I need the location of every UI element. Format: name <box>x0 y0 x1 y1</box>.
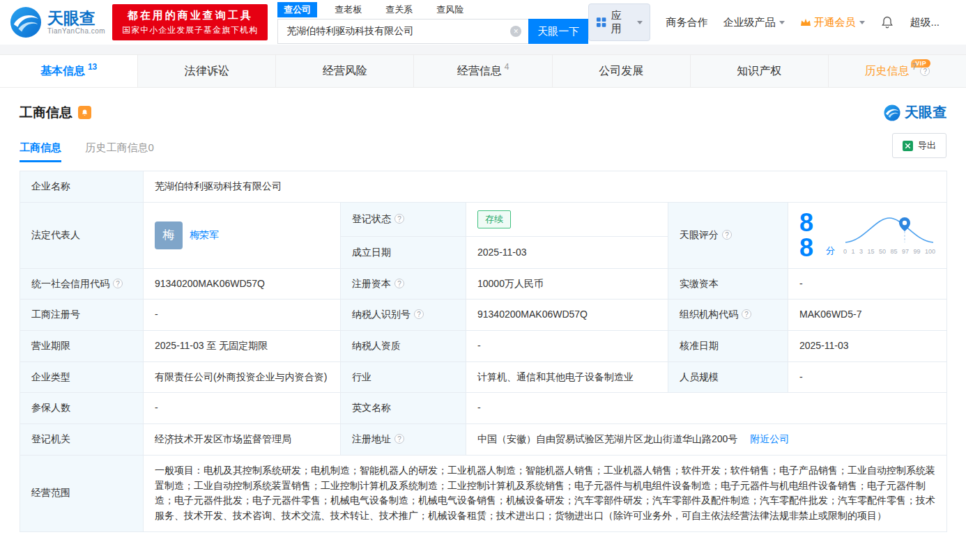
reg-address-label: 注册地址 <box>341 424 466 456</box>
table-row: 法定代表人 梅 梅荣军 登记状态 存续 天眼评分 <box>20 202 947 237</box>
tianyancha-logo[interactable]: 天眼查 TianYanCha.com <box>10 6 105 38</box>
help-icon[interactable] <box>394 279 404 288</box>
tianyancha-logo-icon <box>10 6 42 38</box>
help-icon[interactable] <box>414 309 424 319</box>
nav-business-cooperation[interactable]: 商务合作 <box>666 16 707 29</box>
business-term-value: 2025-11-03 至 无固定期限 <box>144 331 341 362</box>
reg-address-value: 中国（安徽）自由贸易试验区芜湖片区龙山街道华山路200号 附近公司 <box>466 424 947 456</box>
credit-code-value: 91340200MAK06WD57Q <box>144 268 341 300</box>
industry-label: 行业 <box>341 361 466 393</box>
tab-history-info[interactable]: VIP 历史信息 7 <box>829 55 966 87</box>
company-tabbar: 基本信息 13 法律诉讼 经营风险 经营信息 4 公司发展 知识产权 VIP 历… <box>0 54 966 88</box>
paid-capital-label: 实缴资本 <box>668 268 788 300</box>
apps-button[interactable]: 应用 <box>588 3 650 41</box>
watermark-logo: 天眼查 <box>884 103 946 122</box>
staff-size-label: 人员规模 <box>668 361 788 393</box>
tab-company-development[interactable]: 公司发展 <box>553 55 691 87</box>
table-row: 统一社会信用代码 91340200MAK06WD57Q 注册资本 10000万人… <box>20 268 947 300</box>
search-area: 查公司 查老板 查关系 查风险 天眼一下 <box>277 2 588 44</box>
staff-size-value: - <box>788 361 947 393</box>
table-row: 经营范围 一般项目：电机及其控制系统研发；电机制造；智能机器人的研发；工业机器人… <box>20 455 947 531</box>
nav-enterprise-product[interactable]: 企业级产品 <box>723 16 785 29</box>
export-label: 导出 <box>918 139 936 152</box>
table-row: 工商注册号 - 纳税人识别号 91340200MAK06WD57Q 组织机构代码… <box>20 300 947 331</box>
subtab-history-registration[interactable]: 历史工商信息0 <box>85 141 153 162</box>
subscribe-bell-icon[interactable] <box>78 106 91 119</box>
help-icon[interactable] <box>394 214 404 224</box>
insured-count-label: 参保人数 <box>20 393 144 424</box>
help-icon[interactable] <box>394 434 404 444</box>
search-button[interactable]: 天眼一下 <box>528 19 588 44</box>
section-title: 工商信息 <box>20 104 72 122</box>
tab-label: 经营风险 <box>323 64 367 79</box>
main-content: 工商信息 天眼查 工商信息 <box>0 88 966 532</box>
business-info-table: 企业名称 芜湖伯特利驱动科技有限公司 法定代表人 梅 梅荣军 登记状态 存续 <box>20 171 947 532</box>
table-row: 登记机关 经济技术开发区市场监督管理局 注册地址 中国（安徽）自由贸易试验区芜湖… <box>20 424 947 456</box>
nearby-companies-link[interactable]: 附近公司 <box>750 433 789 444</box>
table-row: 营业期限 2025-11-03 至 无固定期限 纳税人资质 - 核准日期 202… <box>20 331 947 362</box>
search-tab-company[interactable]: 查公司 <box>277 2 317 17</box>
company-name-value: 芜湖伯特利驱动科技有限公司 <box>144 171 947 203</box>
legal-rep-label: 法定代表人 <box>20 202 144 268</box>
org-code-label: 组织机构代码 <box>668 300 788 331</box>
tab-legal-proceedings[interactable]: 法律诉讼 <box>138 55 276 87</box>
subtabs: 工商信息 历史工商信息0 <box>20 141 175 162</box>
chevron-down-icon <box>859 21 865 24</box>
company-name-label: 企业名称 <box>20 171 144 203</box>
apps-grid-icon <box>596 17 606 28</box>
brand-domain: TianYanCha.com <box>47 27 105 35</box>
excel-icon <box>903 141 913 151</box>
score-value: 88 分 01 <box>788 202 947 268</box>
status-badge: 存续 <box>477 210 511 228</box>
tab-intellectual-property[interactable]: 知识产权 <box>691 55 829 87</box>
reg-number-label: 工商注册号 <box>20 300 144 331</box>
subtab-business-registration[interactable]: 工商信息 <box>20 141 61 162</box>
search-tab-relation[interactable]: 查关系 <box>379 2 419 17</box>
english-name-value: - <box>466 393 947 424</box>
tab-label: 法律诉讼 <box>185 64 229 79</box>
search-tab-boss[interactable]: 查老板 <box>328 2 368 17</box>
taxpayer-id-label: 纳税人识别号 <box>341 300 466 331</box>
help-icon[interactable] <box>722 230 732 240</box>
notification-bell-icon[interactable] <box>880 15 894 29</box>
search-tab-risk[interactable]: 查风险 <box>430 2 470 17</box>
nav-vip-label: 开通会员 <box>813 16 855 29</box>
taxpayer-id-value: 91340200MAK06WD57Q <box>466 300 668 331</box>
table-row: 参保人数 - 英文名称 - <box>20 393 947 424</box>
chevron-down-icon <box>779 21 785 24</box>
reg-number-value: - <box>144 300 341 331</box>
credit-code-label: 统一社会信用代码 <box>20 268 144 300</box>
page-gap <box>0 45 966 54</box>
search-input[interactable] <box>278 20 528 43</box>
watermark-brand: 天眼查 <box>905 103 946 122</box>
legal-rep-link[interactable]: 梅荣军 <box>190 228 219 243</box>
search-input-wrap <box>277 19 528 44</box>
tab-count: 7 <box>912 62 917 72</box>
promo-line2: 国家中小企业发展子基金旗下机构 <box>122 24 258 36</box>
tab-operation-risk[interactable]: 经营风险 <box>276 55 414 87</box>
taxpayer-quali-label: 纳税人资质 <box>341 331 466 362</box>
legal-rep-value: 梅 梅荣军 <box>144 202 341 268</box>
establish-date-label: 成立日期 <box>341 237 466 268</box>
top-nav: 应用 商务合作 企业级产品 开通会员 超级... <box>588 3 956 41</box>
nav-super-vip[interactable]: 超级... <box>910 16 940 29</box>
help-icon[interactable] <box>113 279 123 288</box>
industry-value: 计算机、通信和其他电子设备制造业 <box>466 361 668 393</box>
help-icon[interactable] <box>920 66 930 76</box>
score-unit: 分 <box>826 244 835 260</box>
help-icon[interactable] <box>742 309 751 319</box>
insured-count-value: - <box>144 393 341 424</box>
tab-business-info[interactable]: 经营信息 4 <box>414 55 552 87</box>
export-button[interactable]: 导出 <box>892 133 946 158</box>
avatar[interactable]: 梅 <box>155 221 183 249</box>
approval-date-value: 2025-11-03 <box>788 331 947 362</box>
english-name-label: 英文名称 <box>341 393 466 424</box>
tab-basic-info[interactable]: 基本信息 13 <box>0 55 138 87</box>
apps-label: 应用 <box>611 9 631 36</box>
company-type-label: 企业类型 <box>20 361 144 393</box>
tab-label: 基本信息 <box>40 64 85 79</box>
search-tabs: 查公司 查老板 查关系 查风险 <box>277 2 588 17</box>
score-axis-ticks: 01 315 5085 9799 100 <box>843 247 935 257</box>
nav-open-vip[interactable]: 开通会员 <box>800 16 865 29</box>
approval-date-label: 核准日期 <box>668 331 788 362</box>
